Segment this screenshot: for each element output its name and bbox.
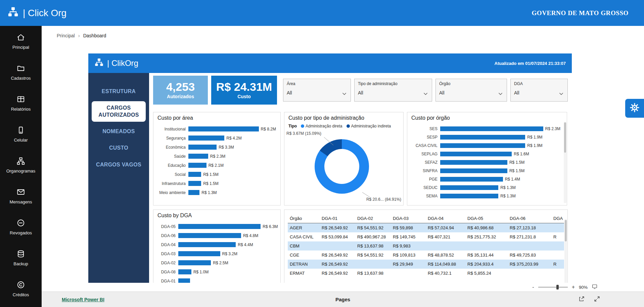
charts-row-2: Custo by DGA DGA-05R$ 6.3MDGA-06R$ 4.8MD… [153,209,568,283]
bar[interactable] [188,163,206,168]
bar[interactable] [178,260,211,265]
slicer-dga[interactable]: DGAAll [510,79,568,102]
zoom-out-button[interactable]: - [532,284,534,290]
table-header-cell[interactable]: DGA-04 [426,214,465,223]
bar[interactable] [178,224,261,229]
sidebar-item-cadastros[interactable]: Cadastros [0,57,42,88]
table-cell: R$ 5,855.24 [465,269,508,278]
bar-value-label: R$ 4.8M [243,233,258,238]
chevron-down-icon[interactable] [498,90,503,97]
sidebar-item-revogados[interactable]: Revogados [0,212,42,242]
zoom-slider[interactable] [538,285,568,290]
sidebar-item-principal[interactable]: Principal [0,26,42,57]
bar-category-label: DGA-04 [157,242,178,247]
bar-value-label: R$ 1.5M [203,181,218,186]
sidebar: PrincipalCadastrosRelatóriosCelularOrgan… [0,26,42,307]
chevron-down-icon[interactable] [559,90,563,97]
table-header-cell[interactable]: DGA-06 [508,214,551,223]
report-nav-estrutura[interactable]: ESTRUTURA [88,83,149,100]
bar[interactable] [178,233,241,238]
table-cell [391,269,426,278]
bar-track: R$ 1.4M [440,177,563,182]
settings-button[interactable] [625,99,644,118]
app-logo[interactable]: | Click Org [0,6,66,20]
report-nav-custo[interactable]: CUSTO [88,140,149,156]
bar[interactable] [440,194,498,198]
sidebar-item-mensagens[interactable]: Mensagens [0,181,42,212]
pages-menu[interactable]: Pages [335,297,350,302]
slicer-tipo-de-administracao[interactable]: Tipo de administraçãoAll [354,79,432,102]
bar[interactable] [188,154,208,159]
table-header-cell[interactable]: DGA-01 [320,214,355,223]
bar[interactable] [440,185,498,190]
zoom-slider-thumb[interactable] [556,285,559,290]
scrollbar-thumb[interactable] [564,122,566,153]
sidebar-item-backup[interactable]: Backup [0,242,42,273]
table-row-casa-civil[interactable]: CASA CIVILR$ 53,099.84R$ 490,967.28R$ 14… [288,232,564,241]
table-cell [508,241,551,251]
bar[interactable] [178,269,191,274]
bar[interactable] [178,242,236,247]
fullscreen-icon[interactable] [594,296,600,304]
slicer-orgao[interactable]: ÓrgãoAll [435,79,507,102]
table-row-cge[interactable]: CGER$ 26,549.92R$ 54,551.92R$ 109,813R$ … [288,251,564,260]
breadcrumb-dashboard[interactable]: Dashboard [83,33,106,38]
table-header-cell[interactable]: DGA-03 [391,214,426,223]
table-header-cell[interactable]: DGA-05 [465,214,508,223]
bar[interactable] [188,145,217,150]
table-header-cell[interactable]: Órgão [288,214,320,223]
table-header-cell[interactable]: DGA [551,214,564,223]
sidebar-item-creditos[interactable]: Créditos [0,273,42,304]
bar[interactable] [440,160,507,165]
bar[interactable] [440,168,507,173]
table-header-cell[interactable]: DGA-02 [355,214,391,223]
table-cell: R$ 407,321 [426,232,465,241]
bar[interactable] [188,136,224,141]
bar[interactable] [440,143,525,148]
table-row-ermat[interactable]: ERMATR$ 26,549.92R$ 13,637.98R$ 40,732.1… [288,269,564,278]
table-row-detran[interactable]: DETRANR$ 26,549.92R$ 29,949R$ 114,049.88… [288,260,564,269]
bar[interactable] [440,126,543,131]
vertical-scrollbar[interactable] [564,122,566,203]
breadcrumb-principal[interactable]: Principal [57,33,75,38]
bar[interactable] [188,172,201,177]
sidebar-item-celular[interactable]: Celular [0,119,42,150]
fit-to-page-icon[interactable] [592,283,598,291]
chevron-down-icon[interactable] [423,90,428,97]
report-nav-cargos-vagos[interactable]: CARGOS VAGOS [88,156,149,173]
report-nav-cargos-autorizados[interactable]: CARGOS AUTORIZADOS [92,101,146,122]
legend-item-administracao-direta[interactable]: Administração direta [301,124,342,128]
bar-track: R$ 1.5M [440,168,563,173]
chevron-down-icon[interactable] [342,90,347,97]
bar-row: DGA-02R$ 2.5M [157,258,276,267]
microsoft-powerbi-link[interactable]: Microsoft Power BI [42,297,104,302]
legend-item-administracao-indireta[interactable]: Administração indireta [347,124,391,128]
report-content: 4,253 Autorizados R$ 24.31M Custo ÁreaAl… [149,73,572,283]
bar[interactable] [440,177,503,182]
bar[interactable] [188,181,201,186]
bar[interactable] [178,278,190,283]
report-nav-nomeados[interactable]: NOMEADOS [88,123,149,140]
kpi-card-custo[interactable]: R$ 24.31M Custo [211,76,277,105]
phone-icon [16,126,25,135]
zoom-in-button[interactable]: + [572,284,575,290]
sidebar-item-organogramas[interactable]: Organogramas [0,150,42,181]
vertical-scrollbar[interactable] [564,219,567,283]
sidebar-item-relatorios[interactable]: Relatórios [0,88,42,119]
slicer-area[interactable]: ÁreaAll [283,79,351,102]
bar[interactable] [188,126,259,131]
bar[interactable] [188,190,199,195]
scrollbar-thumb[interactable] [565,220,567,241]
bar-track: R$ 1.5M [188,172,276,177]
bar-category-label: DGA-06 [157,233,178,238]
table-row-cbm[interactable]: CBMR$ 13,637.98R$ 9,983 [288,241,564,251]
bar[interactable] [440,135,525,140]
bar-value-label: R$ 1.9M [527,135,542,140]
bar-value-label: R$ 3.2M [222,252,237,256]
kpi-card-autorizados[interactable]: 4,253 Autorizados [153,76,208,105]
table-row-ager[interactable]: AGERR$ 26,549.92R$ 54,551.92R$ 59,898R$ … [288,223,564,232]
bar-track: R$ 2.5M [178,260,276,265]
bar[interactable] [440,152,512,156]
share-icon[interactable] [578,296,585,304]
bar[interactable] [178,251,220,256]
